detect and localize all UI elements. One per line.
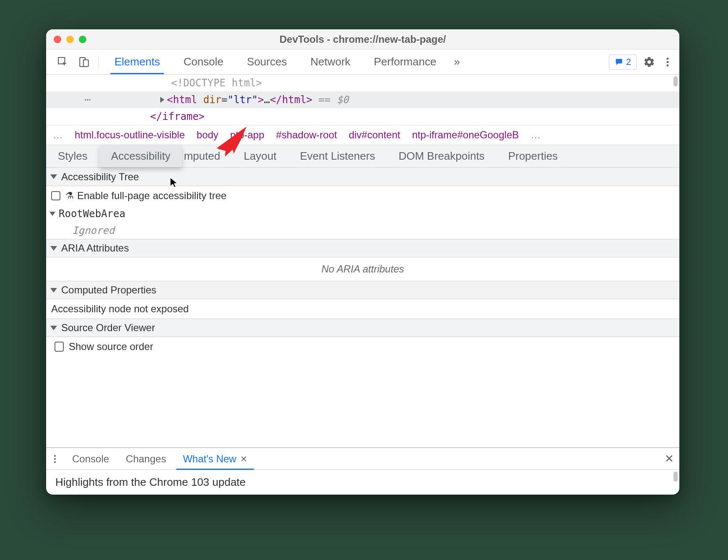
window-title: DevTools - chrome://new-tab-page/: [46, 34, 679, 45]
window-controls: [54, 36, 86, 43]
tab-styles[interactable]: Styles: [46, 145, 99, 167]
dom-row-selected[interactable]: ⋯ <html dir="ltr">…</html> == $0: [46, 91, 679, 108]
tab-properties[interactable]: Properties: [497, 145, 570, 167]
section-accessibility-tree[interactable]: Accessibility Tree: [46, 168, 679, 186]
experiment-flask-icon: ⚗: [65, 190, 74, 201]
collapse-icon: [49, 212, 55, 216]
gear-icon: [643, 56, 655, 68]
whats-new-headline: Highlights from the Chrome 103 update: [55, 476, 246, 488]
a11y-node-label: RootWebArea: [59, 208, 125, 220]
breadcrumb-item[interactable]: body: [197, 129, 218, 141]
breadcrumb-item[interactable]: html.focus-outline-visible: [75, 129, 185, 141]
kebab-menu-button[interactable]: [658, 53, 677, 71]
collapse-icon: [50, 246, 57, 251]
drawer-tabs: Console Changes What's New ✕ ✕: [46, 448, 679, 470]
tab-label: Sources: [247, 55, 287, 68]
tab-performance[interactable]: Performance: [362, 49, 448, 74]
close-tab-icon[interactable]: ✕: [240, 454, 247, 464]
expand-icon[interactable]: [160, 97, 164, 103]
drawer-tab-console[interactable]: Console: [64, 448, 117, 469]
section-title: Accessibility Tree: [61, 171, 139, 183]
devtools-window: DevTools - chrome://new-tab-page/ Elemen…: [46, 29, 679, 495]
source-order-row[interactable]: Show source order: [46, 337, 679, 356]
breadcrumb-item[interactable]: ntp-iframe#oneGoogleB: [412, 129, 519, 141]
aria-empty-state: No ARIA attributes: [46, 257, 679, 281]
section-computed-properties[interactable]: Computed Properties: [46, 281, 679, 299]
breadcrumb-item[interactable]: div#content: [349, 129, 400, 141]
svg-point-8: [54, 461, 56, 463]
section-source-order[interactable]: Source Order Viewer: [46, 319, 679, 337]
collapse-icon: [50, 174, 57, 179]
tab-label: Elements: [114, 55, 160, 68]
tab-sources[interactable]: Sources: [235, 49, 299, 74]
breadcrumb-item[interactable]: ntp-app: [230, 129, 264, 141]
checkbox[interactable]: [51, 191, 60, 200]
settings-button[interactable]: [640, 53, 658, 71]
collapse-icon: [50, 326, 57, 330]
tab-layout[interactable]: Layout: [232, 145, 288, 167]
tab-label: Network: [310, 55, 350, 68]
checkbox[interactable]: [55, 342, 64, 352]
zoom-window-button[interactable]: [79, 36, 86, 43]
scrollbar-thumb[interactable]: [673, 472, 678, 482]
breadcrumb-item[interactable]: #shadow-root: [276, 129, 337, 141]
breadcrumb-overflow-right[interactable]: …: [530, 129, 541, 141]
svg-rect-2: [83, 60, 88, 66]
breadcrumb-overflow-left[interactable]: …: [53, 129, 63, 141]
doctype-text: <!DOCTYPE html>: [171, 77, 262, 89]
kebab-icon: [54, 454, 56, 464]
tab-computed-partial[interactable]: mputed: [182, 145, 232, 167]
checkbox-label: Show source order: [69, 341, 153, 353]
scrollbar-thumb[interactable]: [673, 76, 678, 86]
svg-point-7: [54, 458, 56, 459]
section-title: ARIA Attributes: [61, 242, 129, 254]
main-toolbar: Elements Console Sources Network Perform…: [46, 49, 679, 75]
divider: [98, 55, 99, 69]
drawer-close-button[interactable]: ✕: [659, 452, 679, 465]
tab-accessibility-dragging[interactable]: Accessibility: [99, 145, 182, 167]
computed-body-text: Accessibility node not exposed: [46, 299, 679, 319]
svg-point-6: [54, 455, 56, 456]
tab-dom-breakpoints[interactable]: DOM Breakpoints: [387, 145, 496, 167]
inspect-element-icon[interactable]: [54, 53, 72, 71]
tab-event-listeners[interactable]: Event Listeners: [288, 145, 387, 167]
checkbox-label: Enable full-page accessibility tree: [77, 190, 226, 202]
drawer-tab-whats-new[interactable]: What's New ✕: [174, 448, 256, 469]
sidebar-tabs: Styles Accessibility mputed Layout Event…: [46, 145, 679, 168]
dom-breadcrumbs: … html.focus-outline-visible body ntp-ap…: [46, 125, 679, 145]
section-aria-attributes[interactable]: ARIA Attributes: [46, 239, 679, 257]
svg-point-3: [667, 57, 669, 60]
tab-network[interactable]: Network: [299, 49, 362, 74]
drawer: Console Changes What's New ✕ ✕ Highlight…: [46, 447, 679, 495]
row-actions-icon[interactable]: ⋯: [85, 94, 91, 106]
drawer-menu-button[interactable]: [46, 454, 64, 464]
drawer-tab-changes[interactable]: Changes: [117, 448, 174, 469]
kebab-icon: [666, 57, 669, 67]
more-tabs-button[interactable]: »: [448, 49, 465, 74]
a11y-tree-ignored[interactable]: Ignored: [46, 222, 679, 239]
main-panel-tabs: Elements Console Sources Network Perform…: [103, 49, 609, 74]
a11y-tree-root[interactable]: RootWebArea: [46, 205, 679, 222]
svg-point-5: [667, 64, 669, 66]
minimize-window-button[interactable]: [66, 36, 74, 43]
svg-point-4: [667, 61, 669, 63]
feedback-button[interactable]: 2: [609, 54, 637, 70]
feedback-icon: [614, 58, 624, 66]
feedback-count: 2: [626, 57, 631, 67]
collapse-icon: [50, 288, 57, 293]
dom-row[interactable]: </iframe>: [46, 108, 679, 125]
device-toggle-icon[interactable]: [75, 53, 93, 71]
tab-console[interactable]: Console: [172, 49, 235, 74]
close-window-button[interactable]: [54, 36, 61, 43]
a11y-node-ignored: Ignored: [72, 225, 114, 236]
drawer-content: Highlights from the Chrome 103 update: [46, 470, 679, 495]
chevron-double-right-icon: »: [454, 55, 460, 68]
closing-tag-text: </iframe>: [150, 111, 205, 122]
enable-full-page-row[interactable]: ⚗ Enable full-page accessibility tree: [46, 186, 679, 205]
tab-label: Console: [183, 55, 223, 68]
titlebar: DevTools - chrome://new-tab-page/: [46, 29, 679, 49]
section-title: Source Order Viewer: [61, 322, 155, 334]
tab-elements[interactable]: Elements: [103, 49, 172, 74]
dom-row[interactable]: <!DOCTYPE html>: [46, 75, 679, 91]
section-title: Computed Properties: [61, 284, 156, 296]
